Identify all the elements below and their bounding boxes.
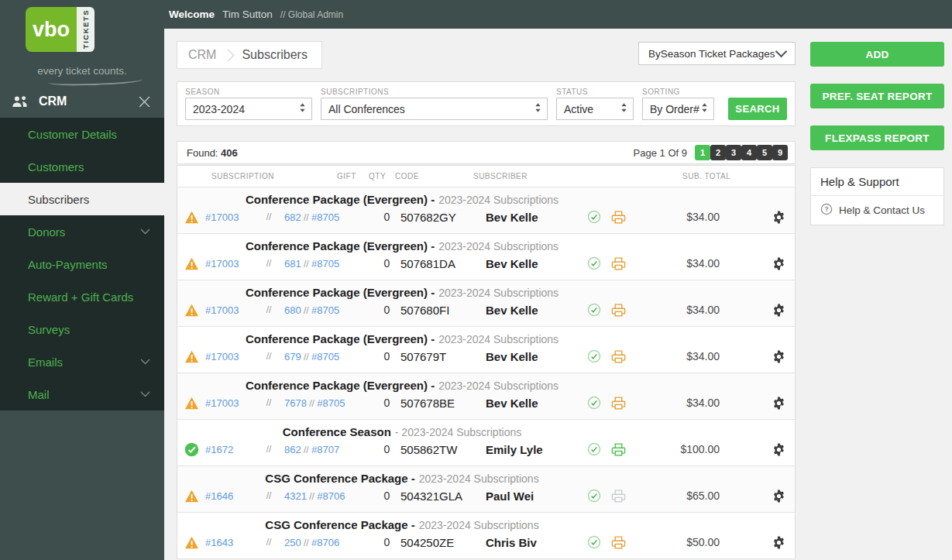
page-button-4[interactable]: 4 <box>741 145 757 160</box>
order-link[interactable]: #17003 <box>205 211 253 223</box>
settings-gear-icon[interactable] <box>772 303 786 318</box>
settings-gear-icon[interactable] <box>772 442 786 457</box>
settings-gear-icon[interactable] <box>772 396 786 411</box>
sidebar-item-surveys[interactable]: Surveys <box>0 313 164 345</box>
subscription-title-rest: 2023-2024 Subscriptions <box>438 194 558 206</box>
page-button-2[interactable]: 2 <box>710 145 726 160</box>
event-id-link[interactable]: #8706 <box>317 490 345 502</box>
printer-icon[interactable] <box>606 304 631 317</box>
event-links: 680 // #8705 <box>284 304 373 316</box>
found-number: 406 <box>221 147 238 159</box>
event-number-link[interactable]: 250 <box>284 537 301 548</box>
code-cell: 507681DA <box>400 257 486 270</box>
printer-icon[interactable] <box>606 443 631 456</box>
settings-gear-icon[interactable] <box>772 489 786 503</box>
printer-icon[interactable] <box>606 211 631 224</box>
sidebar-item-label: Donors <box>28 225 140 239</box>
breadcrumb-crm[interactable]: CRM <box>188 48 216 62</box>
subscriptions-select[interactable]: All Conferences <box>321 98 548 120</box>
event-number-link[interactable]: 681 <box>284 258 301 270</box>
confirmed-check-icon <box>583 210 606 224</box>
order-link[interactable]: #1646 <box>205 490 253 502</box>
help-item-label: Help & Contact Us <box>839 204 925 216</box>
sidebar-item-reward-gift-cards[interactable]: Reward + Gift Cards <box>0 280 164 313</box>
page-button-1[interactable]: 1 <box>695 145 710 160</box>
close-icon[interactable] <box>137 94 152 109</box>
subscription-title-bold: Conference Package (Evergreen) - <box>246 286 435 299</box>
season-value: 2023-2024 <box>193 103 299 115</box>
settings-gear-icon[interactable] <box>772 349 786 364</box>
table-row: Conference Season- 2023-2024 Subscriptio… <box>177 420 795 466</box>
event-id-link[interactable]: #8705 <box>311 304 339 316</box>
event-id-link[interactable]: #8705 <box>317 397 345 409</box>
printer-icon[interactable] <box>606 257 631 270</box>
sidebar-item-emails[interactable]: Emails <box>0 345 164 378</box>
event-id-link[interactable]: #8706 <box>311 537 339 548</box>
event-id-link[interactable]: #8707 <box>311 444 339 455</box>
code-cell: 504321GLA <box>400 490 486 503</box>
printer-icon[interactable] <box>606 490 631 503</box>
topbar: Welcome Tim Sutton // Global Admin <box>164 0 952 29</box>
pref-seat-report-button[interactable]: PREF. SEAT REPORT <box>810 84 944 108</box>
event-id-link[interactable]: #8705 <box>311 258 339 270</box>
separator: // <box>301 538 311 548</box>
settings-gear-icon[interactable] <box>772 256 786 271</box>
chevron-down-icon <box>140 391 150 397</box>
qty-cell: 0 <box>373 536 400 548</box>
help-contact-link[interactable]: ? Help & Contact Us <box>811 196 943 225</box>
page-button-9[interactable]: 9 <box>772 145 788 160</box>
status-value: Active <box>564 103 620 115</box>
order-link[interactable]: #17003 <box>205 304 253 316</box>
printer-icon[interactable] <box>606 397 631 410</box>
event-number-link[interactable]: 862 <box>284 444 301 455</box>
table-header: SUBSCRIPTIONGIFTQTYCODESUBSCRIBERSUB. TO… <box>177 166 795 187</box>
flexpass-report-button[interactable]: FLEXPASS REPORT <box>810 125 944 150</box>
settings-gear-icon[interactable] <box>772 210 786 225</box>
order-link[interactable]: #1672 <box>205 444 253 455</box>
sidebar-item-donors[interactable]: Donors <box>0 215 164 248</box>
sidebar-item-mail[interactable]: Mail <box>0 378 164 411</box>
vbo-tickets-logo[interactable]: vbo TICKETS <box>26 7 95 52</box>
event-number-link[interactable]: 7678 <box>284 397 307 409</box>
page-button-5[interactable]: 5 <box>757 145 772 160</box>
status-select[interactable]: Active <box>556 98 634 120</box>
event-id-link[interactable]: #8705 <box>311 211 339 223</box>
sidebar-item-subscribers[interactable]: Subscribers <box>0 183 164 215</box>
season-select[interactable]: 2023-2024 <box>185 98 312 120</box>
sidebar-item-customers[interactable]: Customers <box>0 150 164 183</box>
subscriber-name: Chris Biv <box>486 536 583 549</box>
confirmed-check-icon <box>583 256 606 270</box>
breadcrumb: CRM Subscribers <box>177 41 322 69</box>
right-rail: ADDPREF. SEAT REPORTFLEXPASS REPORT Help… <box>810 42 944 225</box>
page-button-3[interactable]: 3 <box>726 145 741 160</box>
event-number-link[interactable]: 682 <box>284 211 301 223</box>
qty-cell: 0 <box>373 490 400 502</box>
order-link[interactable]: #1643 <box>205 537 253 548</box>
subscription-row-line: #17003//679 // #87050507679TBev Kelle$34… <box>177 345 795 368</box>
code-cell: 505862TW <box>400 443 486 456</box>
order-link[interactable]: #17003 <box>205 258 253 270</box>
subscription-title-bold: Conference Package (Evergreen) - <box>246 332 435 345</box>
event-id-link[interactable]: #8705 <box>311 351 339 362</box>
warning-icon <box>177 490 205 503</box>
view-select[interactable]: BySeason Ticket Packages <box>638 42 796 65</box>
printer-icon[interactable] <box>606 350 631 363</box>
event-number-link[interactable]: 680 <box>284 304 301 316</box>
printer-icon[interactable] <box>606 536 631 549</box>
settings-gear-icon[interactable] <box>772 535 786 550</box>
sorting-select[interactable]: By Order# <box>642 98 714 120</box>
subtotal-cell: $50.00 <box>631 536 762 548</box>
sidebar-item-auto-payments[interactable]: Auto-Payments <box>0 248 164 280</box>
qty-cell: 0 <box>373 397 400 409</box>
order-link[interactable]: #17003 <box>205 351 253 362</box>
search-button[interactable]: SEARCH <box>728 98 787 120</box>
event-number-link[interactable]: 4321 <box>284 490 307 502</box>
sidebar-item-customer-details[interactable]: Customer Details <box>0 118 164 150</box>
separator: // <box>253 397 284 408</box>
sidebar-item-label: Customers <box>28 160 150 173</box>
event-number-link[interactable]: 679 <box>284 351 301 362</box>
user-name[interactable]: Tim Sutton <box>222 9 273 20</box>
crm-people-icon <box>11 95 29 108</box>
order-link[interactable]: #17003 <box>205 397 253 409</box>
add-button[interactable]: ADD <box>810 42 944 67</box>
